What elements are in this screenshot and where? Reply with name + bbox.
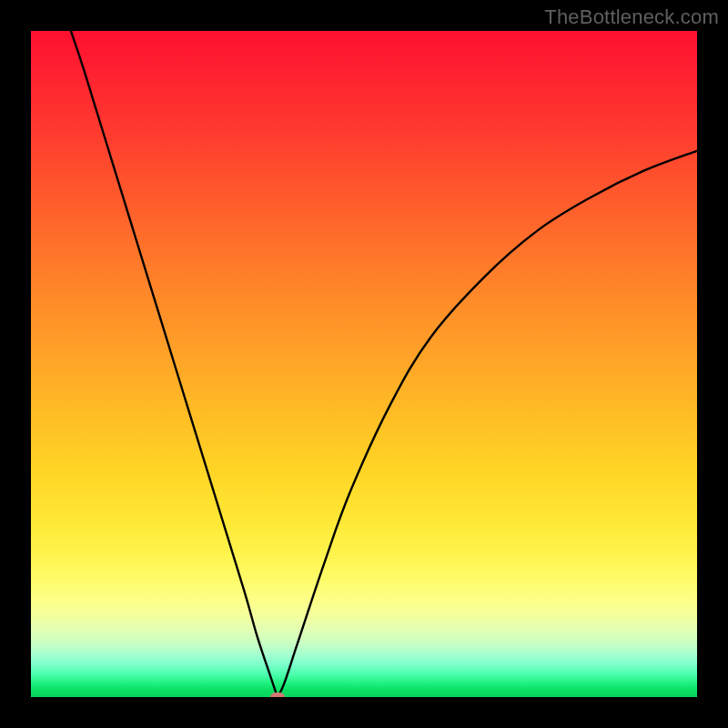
plot-area [31,31,697,697]
bottleneck-curve [31,31,697,697]
watermark-text: TheBottleneck.com [544,5,719,29]
optimum-marker [270,693,285,697]
chart-frame: TheBottleneck.com [0,0,728,728]
